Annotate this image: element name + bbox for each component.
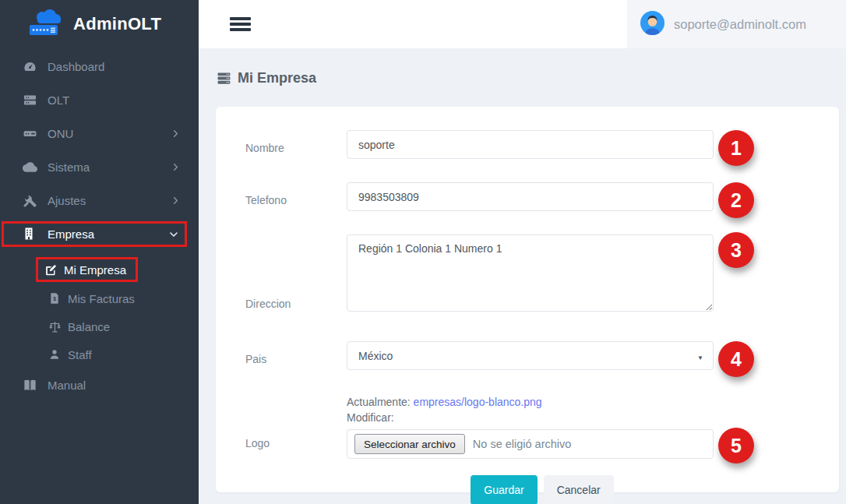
brand-name: AdminOLT xyxy=(73,14,161,34)
select-arrow-icon xyxy=(697,350,703,362)
sidebar-subitem-mi-empresa[interactable]: Mi Empresa xyxy=(36,257,138,282)
page-title: Mi Empresa xyxy=(217,70,846,86)
company-form-card: Nombre 1 Telefono 2 Direccion Región 1 C… xyxy=(216,107,839,492)
sidebar-item-label: Dashboard xyxy=(48,60,104,73)
nombre-input[interactable] xyxy=(347,130,714,159)
direccion-textarea[interactable]: Región 1 Colonia 1 Numero 1 xyxy=(347,234,714,312)
sidebar-item-empresa-slot: Empresa xyxy=(0,217,199,251)
sidebar-subitem-label: Mis Facturas xyxy=(68,292,135,305)
logo-file-input[interactable]: Seleccionar archivo No se eligió archivo xyxy=(347,429,714,459)
logo-modify-label: Modificar: xyxy=(347,411,714,425)
building-icon xyxy=(22,227,37,242)
scale-icon xyxy=(48,320,62,333)
form-buttons-row: Guardar Cancelar xyxy=(245,475,839,504)
adminolt-logo-icon xyxy=(26,9,70,40)
sidebar: AdminOLT Dashboard OLT ONU xyxy=(0,0,199,504)
sidebar-item-ajustes[interactable]: Ajustes xyxy=(0,184,199,217)
sidebar-subitem-label: Mi Empresa xyxy=(64,263,126,277)
brand[interactable]: AdminOLT xyxy=(0,0,199,48)
annotation-badge-4: 4 xyxy=(718,341,754,377)
sidebar-subitem-staff[interactable]: Staff xyxy=(0,340,199,368)
telefono-input[interactable] xyxy=(347,182,714,211)
chevron-right-icon xyxy=(171,196,180,205)
main-content: Mi Empresa Nombre 1 Telefono 2 Direccion… xyxy=(199,48,846,504)
pais-selected-value: México xyxy=(358,350,393,362)
chevron-right-icon xyxy=(171,129,180,138)
pais-label: Pais xyxy=(245,341,347,377)
device-icon xyxy=(22,126,37,142)
sidebar-item-label: Ajustes xyxy=(48,194,86,207)
sidebar-item-manual[interactable]: Manual xyxy=(0,368,199,402)
file-status-text: No se eligió archivo xyxy=(473,438,572,450)
sidebar-nav: Dashboard OLT ONU Sistema xyxy=(0,50,199,402)
server-icon xyxy=(22,93,37,108)
logo-label: Logo xyxy=(245,396,347,459)
annotation-badge-1: 1 xyxy=(718,130,754,166)
sidebar-item-onu[interactable]: ONU xyxy=(0,117,199,150)
sidebar-subitem-mi-empresa-row: Mi Empresa xyxy=(36,257,199,282)
server-stack-icon xyxy=(217,71,231,86)
topbar: soporte@adminolt.com xyxy=(199,0,846,48)
logo-current-prefix: Actualmente: xyxy=(347,396,411,408)
cancel-button[interactable]: Cancelar xyxy=(544,475,614,504)
sidebar-item-label: Empresa xyxy=(48,227,94,241)
annotation-badge-3: 3 xyxy=(718,232,754,268)
form-row-nombre: Nombre 1 xyxy=(245,130,839,166)
avatar xyxy=(640,11,664,38)
tools-icon xyxy=(22,193,37,209)
user-icon xyxy=(48,348,62,361)
invoice-icon: $ xyxy=(48,292,62,305)
sidebar-item-label: ONU xyxy=(48,127,73,140)
sidebar-subitem-label: Staff xyxy=(68,348,92,361)
gauge-icon xyxy=(22,59,37,75)
sidebar-item-label: OLT xyxy=(48,93,69,107)
user-email: soporte@adminolt.com xyxy=(674,17,806,32)
hamburger-menu-icon[interactable] xyxy=(230,17,251,33)
sidebar-subitem-mis-facturas[interactable]: $ Mis Facturas xyxy=(0,284,199,312)
sidebar-item-label: Sistema xyxy=(48,160,90,174)
cloud-icon xyxy=(22,160,37,175)
telefono-label: Telefono xyxy=(245,182,347,218)
user-menu[interactable]: soporte@adminolt.com xyxy=(627,0,846,48)
sidebar-item-sistema[interactable]: Sistema xyxy=(0,150,199,184)
svg-text:$: $ xyxy=(53,296,56,302)
logo-current-line: Actualmente: empresas/logo-blanco.png xyxy=(347,396,714,409)
file-select-button[interactable]: Seleccionar archivo xyxy=(354,434,465,454)
logo-current-file-link[interactable]: empresas/logo-blanco.png xyxy=(414,396,542,408)
form-row-pais: Pais México 4 xyxy=(245,341,839,377)
sidebar-subitem-balance[interactable]: Balance xyxy=(0,312,199,340)
chevron-right-icon xyxy=(171,163,180,171)
edit-icon xyxy=(44,263,58,277)
form-row-direccion: Direccion Región 1 Colonia 1 Numero 1 3 xyxy=(245,234,839,315)
sidebar-item-dashboard[interactable]: Dashboard xyxy=(0,50,199,83)
nombre-label: Nombre xyxy=(245,130,347,166)
sidebar-item-empresa[interactable]: Empresa xyxy=(2,221,187,247)
page-title-text: Mi Empresa xyxy=(238,70,316,86)
chevron-down-icon xyxy=(169,230,178,239)
save-button[interactable]: Guardar xyxy=(471,475,537,504)
sidebar-item-label: Manual xyxy=(48,379,86,392)
pais-select[interactable]: México xyxy=(347,341,714,370)
sidebar-item-olt[interactable]: OLT xyxy=(0,83,199,117)
annotation-badge-5: 5 xyxy=(718,428,754,463)
book-icon xyxy=(22,378,37,393)
direccion-label: Direccion xyxy=(245,234,347,315)
annotation-badge-2: 2 xyxy=(718,182,754,218)
form-row-logo: Logo Actualmente: empresas/logo-blanco.p… xyxy=(245,396,839,459)
sidebar-subitem-label: Balance xyxy=(68,320,110,333)
form-row-telefono: Telefono 2 xyxy=(245,182,839,218)
